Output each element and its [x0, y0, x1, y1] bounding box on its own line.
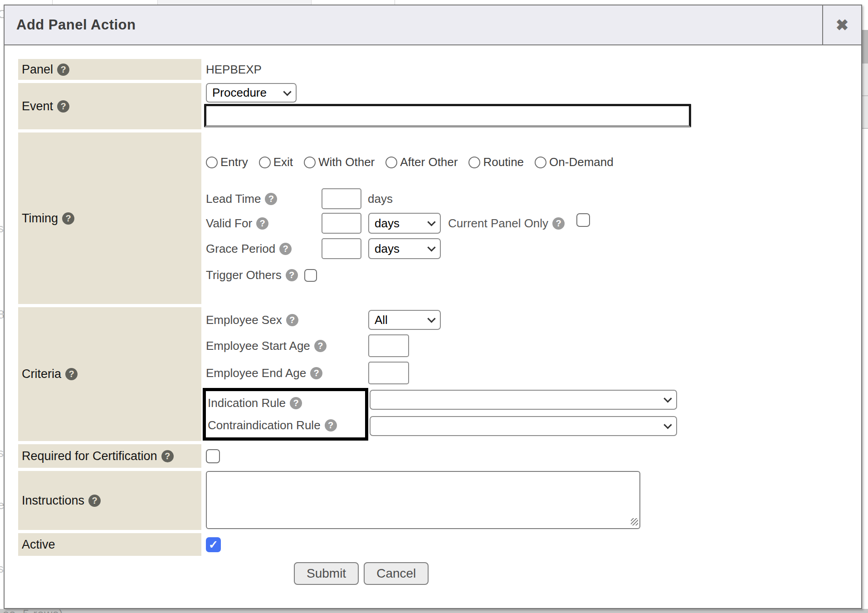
- valid-for-label: Valid For: [206, 216, 252, 230]
- cancel-button[interactable]: Cancel: [364, 562, 429, 585]
- check-icon: ✓: [209, 538, 218, 551]
- radio-button-icon[interactable]: [385, 157, 397, 168]
- event-type-select[interactable]: Procedure: [206, 83, 297, 103]
- valid-for-unit-select[interactable]: days: [368, 213, 441, 234]
- trigger-others-row: Trigger Others ?: [206, 268, 624, 282]
- required-for-certification-checkbox[interactable]: [206, 449, 220, 463]
- criteria-value: Employee Sex ? All Employee Start Age ?: [206, 307, 677, 441]
- criteria-row: Criteria ? Employee Sex ? All Emplo: [18, 307, 861, 441]
- current-panel-only-help-icon[interactable]: ?: [552, 217, 565, 230]
- lead-time-help-icon[interactable]: ?: [265, 193, 277, 205]
- radio-button-icon[interactable]: [259, 157, 271, 168]
- radio-exit[interactable]: Exit: [259, 155, 293, 169]
- valid-for-input[interactable]: [322, 213, 361, 234]
- contraindication-rule-help-icon[interactable]: ?: [325, 419, 337, 432]
- background-divider: [395, 0, 395, 5]
- required-for-certification-row: Required for Certification ?: [18, 444, 861, 468]
- scrollbar-thumb[interactable]: [862, 30, 868, 64]
- employee-end-age-help-icon[interactable]: ?: [310, 367, 322, 379]
- instructions-row: Instructions ?: [18, 471, 861, 530]
- grace-period-input[interactable]: [322, 238, 361, 259]
- required-for-certification-help-icon[interactable]: ?: [161, 450, 174, 462]
- submit-button[interactable]: Submit: [294, 562, 359, 585]
- current-panel-only-checkbox[interactable]: [576, 213, 590, 227]
- trigger-others-help-icon[interactable]: ?: [286, 269, 298, 281]
- background-row-fragment: [862, 96, 868, 128]
- employee-sex-select[interactable]: All: [368, 310, 441, 330]
- timing-label: Timing: [22, 211, 58, 226]
- close-button[interactable]: ✖: [822, 5, 861, 44]
- criteria-help-icon[interactable]: ?: [65, 368, 78, 380]
- dialog-title: Add Panel Action: [5, 5, 822, 44]
- employee-start-age-help-icon[interactable]: ?: [314, 340, 327, 352]
- radio-button-icon[interactable]: [468, 157, 480, 168]
- chevron-down-icon: [427, 218, 435, 226]
- dialog-actions: Submit Cancel: [294, 562, 861, 585]
- radio-after-other[interactable]: After Other: [385, 155, 458, 169]
- background-row-fragment: [862, 64, 868, 95]
- event-search-input[interactable]: [204, 104, 691, 128]
- radio-routine[interactable]: Routine: [468, 155, 524, 169]
- panel-help-icon[interactable]: ?: [57, 64, 69, 76]
- instructions-label: Instructions: [22, 494, 84, 508]
- employee-start-age-input[interactable]: [368, 334, 409, 357]
- contraindication-rule-label: Contraindication Rule: [208, 418, 321, 432]
- radio-on-demand[interactable]: On-Demand: [535, 155, 614, 169]
- active-checkbox[interactable]: ✓: [206, 537, 221, 552]
- event-label: Event: [22, 99, 53, 113]
- contraindication-rule-select[interactable]: [370, 416, 677, 436]
- background-tab-fragment: [157, 0, 312, 5]
- valid-for-row: Valid For ? days Current Panel Only ?: [206, 213, 624, 234]
- active-value: ✓: [206, 533, 221, 556]
- active-label: Active: [22, 538, 55, 552]
- rule-highlight-block: Indication Rule ? Contraindication Rule …: [203, 388, 677, 441]
- contraindication-rule-label-group: Contraindication Rule ?: [208, 414, 365, 436]
- chevron-down-icon: [283, 88, 291, 96]
- valid-for-unit-selected: days: [375, 216, 400, 230]
- employee-sex-label-group: Employee Sex ?: [206, 313, 368, 327]
- timing-help-icon[interactable]: ?: [62, 212, 74, 225]
- employee-sex-selected: All: [375, 313, 388, 327]
- criteria-label-cell: Criteria ?: [18, 307, 201, 441]
- employee-end-age-label-group: Employee End Age ?: [206, 366, 368, 380]
- required-for-certification-label-cell: Required for Certification ?: [18, 444, 201, 468]
- radio-with-other[interactable]: With Other: [304, 155, 375, 169]
- employee-sex-help-icon[interactable]: ?: [286, 314, 298, 326]
- instructions-textarea[interactable]: [206, 471, 640, 529]
- criteria-label: Criteria: [22, 367, 61, 381]
- chevron-down-icon: [427, 314, 435, 323]
- grace-period-help-icon[interactable]: ?: [279, 243, 292, 255]
- radio-button-icon[interactable]: [304, 157, 316, 168]
- chevron-down-icon: [663, 394, 672, 402]
- indication-rule-select[interactable]: [370, 390, 677, 410]
- active-row: Active ✓: [18, 533, 861, 556]
- trigger-others-checkbox[interactable]: [304, 269, 317, 282]
- timing-label-cell: Timing ?: [18, 132, 201, 304]
- resize-grip-icon[interactable]: [631, 518, 638, 525]
- event-help-icon[interactable]: ?: [57, 100, 69, 113]
- indication-rule-label: Indication Rule: [208, 396, 286, 410]
- radio-button-icon[interactable]: [535, 157, 546, 168]
- radio-button-icon[interactable]: [206, 157, 218, 168]
- instructions-help-icon[interactable]: ?: [88, 495, 101, 507]
- lead-time-input[interactable]: [322, 188, 361, 209]
- radio-entry[interactable]: Entry: [206, 155, 248, 169]
- background-text-fragment: s: [0, 562, 4, 576]
- grace-period-unit-select[interactable]: days: [368, 238, 441, 259]
- employee-end-age-input[interactable]: [368, 362, 409, 384]
- indication-rule-help-icon[interactable]: ?: [290, 397, 302, 409]
- background-page-top-strip: [0, 0, 868, 5]
- panel-row: Panel ? HEPBEXP: [18, 59, 861, 80]
- lead-time-label-group: Lead Time ?: [206, 192, 322, 206]
- grace-period-label: Grace Period: [206, 242, 275, 256]
- valid-for-help-icon[interactable]: ?: [256, 217, 268, 230]
- radio-with-other-label: With Other: [318, 155, 375, 169]
- background-divider: [862, 128, 868, 129]
- panel-value: HEPBEXP: [206, 59, 262, 80]
- timing-value: Entry Exit With Other After Other: [206, 132, 624, 304]
- background-status-bar: os. 5 rows): [0, 609, 868, 613]
- event-value: Procedure: [206, 83, 691, 129]
- event-type-selected: Procedure: [212, 86, 267, 100]
- panel-label: Panel: [22, 63, 53, 77]
- indication-rule-label-group: Indication Rule ?: [208, 392, 365, 414]
